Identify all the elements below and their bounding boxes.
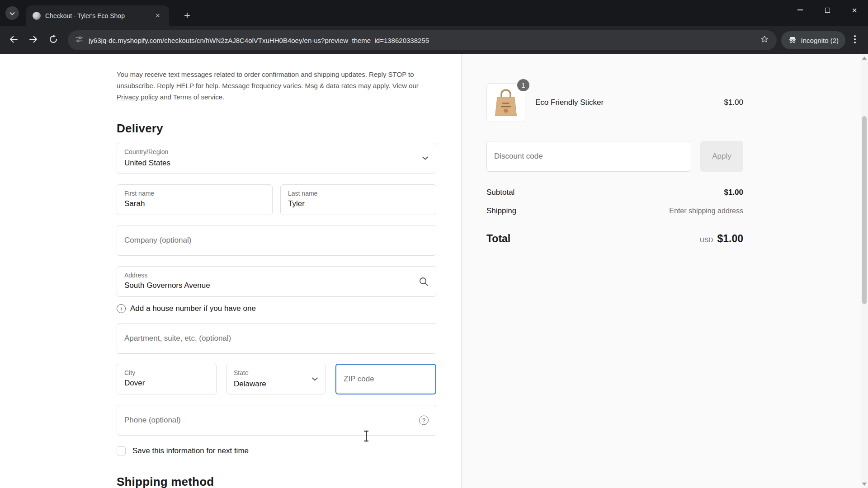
product-image: 1 [486,83,525,122]
state-value: Delaware [234,380,266,389]
first-name-field[interactable]: First name [117,184,273,215]
privacy-policy-link[interactable]: Privacy policy [117,93,158,101]
url-bar[interactable]: jy63jq-dc.myshopify.com/checkouts/cn/hWN… [68,30,777,50]
shipping-label: Shipping [486,206,516,216]
browser-window: Checkout - Tyler's Eco Shop × + × jy63jq… [0,0,868,488]
browser-menu-button[interactable] [845,31,864,50]
incognito-icon [788,35,797,46]
kebab-menu-icon [854,35,856,45]
terms-of-service-text: Terms of service [173,93,222,101]
country-value: United States [124,159,170,168]
name-row: First name Last name [117,184,436,215]
discount-code-input[interactable] [486,141,691,172]
sms-disclaimer: You may receive text messages related to… [117,69,433,103]
browser-tab[interactable]: Checkout - Tyler's Eco Shop × [26,5,169,26]
site-info-icon[interactable] [75,35,83,45]
info-icon: i [117,304,126,313]
minimize-button[interactable] [787,0,814,20]
discount-row: Apply [486,141,743,172]
scrollbar-thumb[interactable] [862,116,867,304]
product-price: $1.00 [724,98,743,107]
order-summary-panel: 1 Eco Friendly Sticker $1.00 Apply Subto… [461,54,868,488]
chevron-down-icon [311,377,318,381]
bookmark-star-icon[interactable] [760,34,769,46]
disclaimer-text-1: You may receive text messages related to… [117,70,419,89]
quantity-badge: 1 [517,79,529,91]
state-label: State [234,369,249,376]
total-label: Total [486,233,510,245]
first-name-input[interactable] [117,185,272,215]
reload-icon [49,35,58,46]
save-info-row: Save this information for next time [117,446,436,455]
tab-strip: Checkout - Tyler's Eco Shop × + × [0,0,868,26]
chevron-down-icon [9,9,15,17]
last-name-input[interactable] [281,185,436,215]
browser-toolbar: jy63jq-dc.myshopify.com/checkouts/cn/hWN… [0,26,868,54]
incognito-label: Incognito (2) [801,37,839,44]
window-controls: × [787,0,868,20]
address-input[interactable] [117,267,436,296]
city-state-zip-row: City State Delaware [117,364,436,394]
total-currency: USD [700,236,713,244]
product-name: Eco Friendly Sticker [535,98,714,107]
company-field[interactable] [117,225,436,256]
shipping-method-heading: Shipping method [117,475,436,488]
vertical-scrollbar[interactable] [861,54,868,488]
city-field[interactable]: City [117,364,217,394]
last-name-field[interactable]: Last name [280,184,436,215]
phone-input[interactable] [117,405,436,435]
apply-button[interactable]: Apply [700,141,743,172]
state-select[interactable]: State Delaware [226,364,326,394]
shipping-value: Enter shipping address [669,207,743,215]
close-icon: × [852,6,857,14]
scroll-down-arrow-icon[interactable] [862,483,867,486]
new-tab-button[interactable]: + [180,8,194,23]
country-label: Country/Region [124,148,168,155]
company-input[interactable] [117,225,436,255]
save-info-label: Save this information for next time [132,446,249,455]
forward-arrow-icon [28,34,38,46]
maximize-icon [825,8,830,13]
disclaimer-text-3: . [222,93,224,101]
zip-code-input[interactable] [336,365,435,394]
total-value: $1.00 [717,233,743,245]
address-field[interactable]: Address [117,266,436,297]
phone-field[interactable]: ? [117,405,436,436]
zip-code-field[interactable] [335,364,436,394]
disclaimer-text-2: and [158,93,173,101]
checkout-form-column: You may receive text messages related to… [117,54,436,488]
forward-button[interactable] [24,30,43,50]
scroll-up-arrow-icon[interactable] [862,56,867,60]
chevron-down-icon [422,156,429,160]
cart-item: 1 Eco Friendly Sticker $1.00 [486,83,743,122]
apartment-field[interactable] [117,323,436,354]
country-select[interactable]: Country/Region United States [117,143,436,174]
shipping-row: Shipping Enter shipping address [486,206,743,216]
close-button[interactable]: × [841,0,868,20]
apartment-input[interactable] [117,324,436,353]
maximize-button[interactable] [814,0,841,20]
tab-title: Checkout - Tyler's Eco Shop [45,12,148,19]
subtotal-label: Subtotal [486,188,514,197]
save-info-checkbox[interactable] [117,446,126,455]
tab-favicon-icon [33,12,41,20]
city-input[interactable] [117,364,216,394]
tab-close-icon[interactable]: × [153,11,163,21]
url-text[interactable]: jy63jq-dc.myshopify.com/checkouts/cn/hWN… [89,37,754,44]
minimize-icon [797,9,803,10]
address-hint-text: Add a house number if you have one [130,304,256,313]
tote-bag-graphic [493,88,519,117]
incognito-badge: Incognito (2) [781,31,845,49]
address-hint: i Add a house number if you have one [117,304,436,313]
delivery-heading: Delivery [117,122,436,136]
back-arrow-icon [9,34,19,46]
reload-button[interactable] [43,30,63,50]
total-row: Total USD $1.00 [486,233,743,245]
checkout-page: You may receive text messages related to… [0,54,868,488]
back-button[interactable] [4,30,24,50]
tab-search-button[interactable] [5,6,19,20]
subtotal-value: $1.00 [724,188,743,197]
subtotal-row: Subtotal $1.00 [486,188,743,197]
